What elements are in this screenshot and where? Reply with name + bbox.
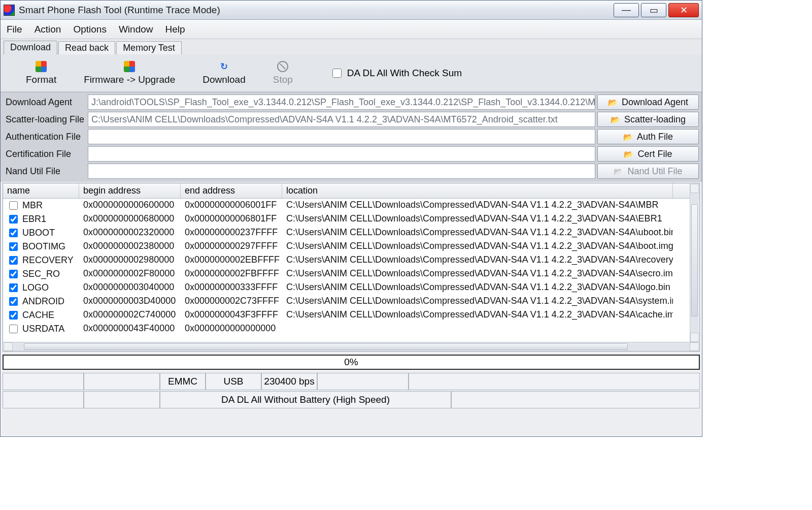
status-storage: EMMC bbox=[160, 373, 206, 390]
auth-button[interactable]: Auth File bbox=[597, 129, 699, 144]
format-label: Format bbox=[26, 74, 56, 85]
cell-name: UBOOT bbox=[22, 228, 55, 238]
status-cell-blank4 bbox=[409, 373, 700, 390]
menu-file[interactable]: File bbox=[7, 24, 22, 35]
cell-end: 0x000000000297FFFF bbox=[181, 240, 282, 253]
cell-end: 0x00000000006001FF bbox=[181, 199, 282, 212]
minimize-button[interactable]: — bbox=[614, 3, 639, 17]
table-row[interactable]: SEC_RO0x0000000002F800000x0000000002FBFF… bbox=[3, 267, 699, 281]
cell-name: SEC_RO bbox=[22, 269, 60, 279]
row-checkbox[interactable] bbox=[9, 242, 18, 251]
table-row[interactable]: ANDROID0x0000000003D400000x000000002C73F… bbox=[3, 295, 699, 308]
checksum-checkbox[interactable] bbox=[332, 69, 342, 78]
tabstrip: Download Read back Memory Test bbox=[1, 39, 702, 54]
status2-blank2 bbox=[84, 391, 160, 408]
download-agent-input[interactable]: J:\android\TOOLS\SP_Flash_Tool_exe_v3.13… bbox=[88, 94, 595, 110]
table-row[interactable]: CACHE0x000000002C7400000x0000000043F3FFF… bbox=[3, 308, 699, 322]
download-button[interactable]: ↻ Download bbox=[202, 61, 246, 85]
cell-loc: C:\Users\ANIM CELL\Downloads\Compressed\… bbox=[282, 240, 673, 253]
row-checkbox[interactable] bbox=[9, 229, 18, 237]
firmware-upgrade-button[interactable]: Firmware -> Upgrade bbox=[84, 61, 175, 85]
scatter-input[interactable]: C:\Users\ANIM CELL\Downloads\Compressed\… bbox=[88, 112, 595, 127]
menu-action[interactable]: Action bbox=[35, 24, 61, 35]
status-conn: USB bbox=[206, 373, 261, 390]
table-row[interactable]: MBR0x00000000006000000x00000000006001FFC… bbox=[3, 199, 699, 212]
menu-options[interactable]: Options bbox=[73, 24, 106, 35]
cert-button[interactable]: Cert File bbox=[597, 146, 699, 162]
status-baud: 230400 bps bbox=[261, 373, 317, 390]
cert-input[interactable] bbox=[88, 146, 595, 162]
tab-memory-test[interactable]: Memory Test bbox=[116, 41, 182, 54]
status2-blank3 bbox=[451, 391, 700, 408]
cell-end: 0x000000002C73FFFF bbox=[181, 295, 282, 308]
scroll-down-icon[interactable] bbox=[690, 333, 699, 342]
nand-label: Nand Util File bbox=[4, 164, 86, 179]
scroll-thumb[interactable] bbox=[691, 204, 698, 316]
app-icon bbox=[4, 5, 15, 16]
status2-blank1 bbox=[3, 391, 84, 408]
row-checkbox[interactable] bbox=[9, 215, 18, 224]
row-checkbox[interactable] bbox=[9, 270, 18, 278]
row-checkbox[interactable] bbox=[9, 256, 18, 265]
horizontal-scrollbar[interactable] bbox=[4, 342, 699, 351]
scroll-left-icon[interactable] bbox=[4, 342, 13, 351]
cell-loc: C:\Users\ANIM CELL\Downloads\Compressed\… bbox=[282, 199, 673, 212]
window-title: Smart Phone Flash Tool (Runtime Trace Mo… bbox=[19, 5, 614, 16]
table-row[interactable]: USRDATA0x0000000043F400000x0000000000000… bbox=[3, 322, 699, 336]
menu-window[interactable]: Window bbox=[119, 24, 153, 35]
table-row[interactable]: LOGO0x00000000030400000x000000000333FFFF… bbox=[3, 281, 699, 295]
row-checkbox[interactable] bbox=[9, 325, 18, 333]
cell-end: 0x000000000237FFFF bbox=[181, 226, 282, 240]
scroll-right-icon[interactable] bbox=[690, 342, 699, 351]
stop-icon bbox=[277, 61, 288, 72]
col-name[interactable]: name bbox=[3, 183, 79, 198]
vertical-scrollbar[interactable] bbox=[690, 184, 699, 342]
col-end[interactable]: end address bbox=[181, 183, 282, 198]
table-row[interactable]: EBR10x00000000006800000x00000000006801FF… bbox=[3, 212, 699, 226]
status-cell-blank3 bbox=[317, 373, 409, 390]
scroll-up-icon[interactable] bbox=[690, 184, 699, 193]
cell-loc: C:\Users\ANIM CELL\Downloads\Compressed\… bbox=[282, 295, 673, 308]
auth-input[interactable] bbox=[88, 129, 595, 144]
table-row[interactable]: BOOTIMG0x00000000023800000x000000000297F… bbox=[3, 240, 699, 253]
menu-help[interactable]: Help bbox=[165, 24, 185, 35]
scatter-label: Scatter-loading File bbox=[4, 112, 86, 127]
progress-bar: 0% bbox=[3, 355, 700, 370]
titlebar: Smart Phone Flash Tool (Runtime Trace Mo… bbox=[1, 1, 702, 20]
format-button[interactable]: Format bbox=[26, 61, 56, 85]
cell-end: 0x00000000006801FF bbox=[181, 212, 282, 226]
col-begin[interactable]: begin address bbox=[79, 183, 181, 198]
col-loc[interactable]: location bbox=[282, 183, 673, 198]
tab-readback[interactable]: Read back bbox=[58, 41, 115, 54]
cert-label: Certification File bbox=[4, 146, 86, 162]
tab-download[interactable]: Download bbox=[4, 41, 57, 55]
cell-end: 0x0000000000000000 bbox=[181, 322, 282, 336]
maximize-button[interactable]: ▭ bbox=[641, 3, 666, 17]
cell-loc: C:\Users\ANIM CELL\Downloads\Compressed\… bbox=[282, 281, 673, 295]
cell-begin: 0x0000000000680000 bbox=[79, 212, 181, 226]
row-checkbox[interactable] bbox=[9, 201, 18, 210]
download-agent-button[interactable]: Download Agent bbox=[597, 94, 699, 110]
download-agent-label: Download Agent bbox=[4, 94, 86, 110]
scatter-button[interactable]: Scatter-loading bbox=[597, 112, 699, 127]
stop-button[interactable]: Stop bbox=[273, 61, 293, 85]
status-cell-blank2 bbox=[84, 373, 160, 390]
table-row[interactable]: RECOVERY0x00000000029800000x0000000002EB… bbox=[3, 253, 699, 267]
cell-name: CACHE bbox=[22, 310, 54, 321]
scroll-thumb[interactable] bbox=[24, 343, 628, 350]
table-body: MBR0x00000000006000000x00000000006001FFC… bbox=[3, 199, 699, 341]
download-icon: ↻ bbox=[218, 61, 229, 72]
row-checkbox[interactable] bbox=[9, 311, 18, 320]
format-icon bbox=[36, 61, 47, 72]
cell-end: 0x0000000002EBFFFF bbox=[181, 253, 282, 267]
cell-loc: C:\Users\ANIM CELL\Downloads\Compressed\… bbox=[282, 212, 673, 226]
row-checkbox[interactable] bbox=[9, 283, 18, 292]
close-button[interactable]: ✕ bbox=[668, 3, 699, 17]
folder-open-icon bbox=[611, 114, 620, 125]
row-checkbox[interactable] bbox=[9, 297, 18, 306]
cell-loc: C:\Users\ANIM CELL\Downloads\Compressed\… bbox=[282, 226, 673, 240]
cell-name: MBR bbox=[22, 200, 43, 211]
checksum-checkbox-row[interactable]: DA DL All With Check Sum bbox=[330, 67, 462, 79]
table-row[interactable]: UBOOT0x00000000023200000x000000000237FFF… bbox=[3, 226, 699, 240]
nand-input[interactable] bbox=[88, 164, 595, 179]
